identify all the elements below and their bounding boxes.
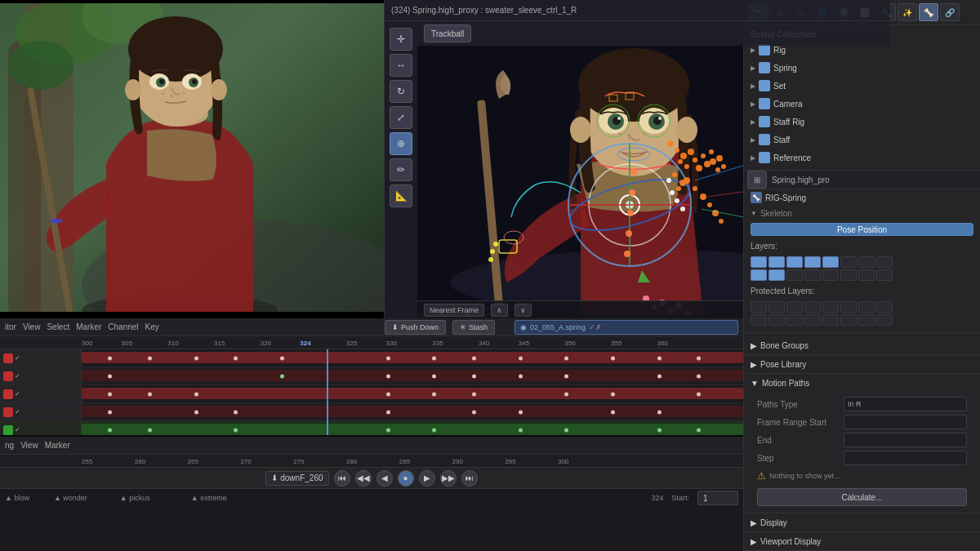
prev-frame-btn[interactable]: ◀: [376, 470, 393, 487]
layer-btn-6[interactable]: [840, 256, 857, 268]
player-btn-5[interactable]: [822, 301, 839, 313]
collection-item-staff[interactable]: ▶ Staff: [744, 131, 980, 149]
viewport-toolbar-left: ✛ ↔ ↻ ⤢ ⊕ ✏ 📐: [385, 21, 417, 318]
ref-eye-icon[interactable]: [759, 152, 770, 163]
player-btn-14[interactable]: [840, 314, 857, 326]
step-value[interactable]: [844, 451, 967, 465]
player-btn-3[interactable]: [786, 301, 803, 313]
player-btn-10[interactable]: [768, 314, 785, 326]
nla-track-5[interactable]: [82, 421, 743, 437]
annotate-tool-btn[interactable]: ✏: [390, 158, 412, 181]
player-btn-9[interactable]: [751, 314, 767, 326]
frame-range-end-value[interactable]: [844, 433, 967, 447]
rotate-tool-btn[interactable]: ↻: [390, 80, 412, 103]
player-btn-4[interactable]: [804, 301, 821, 313]
rig-icon: 🦴: [751, 192, 762, 203]
jump-end-btn[interactable]: ⏭: [461, 470, 478, 487]
physics-btn[interactable]: 🦴: [919, 3, 938, 21]
nla-view-btn[interactable]: View: [23, 322, 41, 331]
measure-tool-btn[interactable]: 📐: [390, 184, 412, 207]
ft-marker-btn[interactable]: Marker: [45, 441, 70, 450]
layer-btn-5[interactable]: [822, 256, 839, 268]
nla-channel-btn[interactable]: Channel: [108, 322, 138, 331]
ft-view-btn[interactable]: View: [20, 441, 38, 450]
nla-select-btn[interactable]: Select: [47, 322, 69, 331]
ft-start-value[interactable]: 1: [697, 491, 738, 505]
layer-btn-12[interactable]: [804, 269, 821, 281]
nla-track-4[interactable]: [82, 403, 743, 420]
stash-btn[interactable]: ✳ Stash: [452, 320, 495, 335]
skeleton-section-title[interactable]: ▼ Skeleton: [744, 206, 980, 220]
layer-btn-2[interactable]: [768, 256, 785, 268]
layer-btn-13[interactable]: [822, 269, 839, 281]
particles-btn[interactable]: ✨: [898, 3, 917, 21]
collection-item-spring[interactable]: ▶ Spring: [744, 59, 980, 77]
transform-tool-btn[interactable]: ⊕: [390, 132, 412, 155]
player-btn-15[interactable]: [858, 314, 875, 326]
frame-range-start-value[interactable]: [844, 415, 967, 429]
play-btn[interactable]: ●: [398, 470, 414, 487]
pose-position-btn[interactable]: Pose Position: [751, 223, 973, 236]
nla-track-1[interactable]: [82, 349, 743, 367]
layer-btn-7[interactable]: [858, 256, 875, 268]
motion-paths-header[interactable]: ▼ Motion Paths: [744, 374, 980, 392]
layer-btn-14[interactable]: [840, 269, 857, 281]
nla-strip-name[interactable]: ◉ 02_055_A.spring ✓✗: [514, 320, 738, 335]
next-frame-btn[interactable]: ▶: [419, 470, 435, 487]
player-btn-8[interactable]: [876, 301, 893, 313]
collection-item-set[interactable]: ▶ Set: [744, 77, 980, 95]
player-btn-6[interactable]: [840, 301, 857, 313]
collection-item-reference[interactable]: ▶ Reference: [744, 149, 980, 167]
nla-track-2[interactable]: [82, 367, 743, 384]
frame-display[interactable]: ⬇ down F_260: [265, 471, 328, 486]
display-header[interactable]: ▶ Display: [744, 513, 980, 531]
player-btn-7[interactable]: [858, 301, 875, 313]
layer-btn-10[interactable]: [768, 269, 785, 281]
jump-start-btn[interactable]: ⏮: [334, 470, 350, 487]
prev-keyframe-btn[interactable]: ◀◀: [355, 470, 372, 487]
spring-eye-icon[interactable]: [759, 62, 770, 73]
player-btn-16[interactable]: [876, 314, 893, 326]
pose-library-header[interactable]: ▶ Pose Library: [744, 355, 980, 373]
layer-btn-15[interactable]: [858, 269, 875, 281]
staffrig-eye-icon[interactable]: [759, 116, 770, 127]
prop-filter-btn[interactable]: ⊞: [747, 171, 767, 189]
next-keyframe-btn[interactable]: ▶▶: [440, 470, 457, 487]
player-btn-12[interactable]: [804, 314, 821, 326]
calculate-btn[interactable]: Calculate...: [757, 488, 967, 506]
nearest-frame-btn[interactable]: Nearest Frame: [424, 304, 484, 317]
layer-btn-1[interactable]: [751, 256, 767, 268]
trackball-btn[interactable]: Trackball: [424, 24, 471, 42]
collection-item-staffrig[interactable]: ▶ Staff Rig: [744, 113, 980, 131]
svg-point-61: [490, 249, 495, 254]
player-btn-13[interactable]: [822, 314, 839, 326]
player-btn-11[interactable]: [786, 314, 803, 326]
layer-btn-8[interactable]: [876, 256, 893, 268]
constraints-btn[interactable]: 🔗: [940, 3, 960, 21]
nla-marker-btn[interactable]: Marker: [76, 322, 101, 331]
viewport-display-header[interactable]: ▶ Viewport Display: [744, 532, 980, 550]
layer-btn-9[interactable]: [751, 269, 767, 281]
layer-btn-11[interactable]: [786, 269, 803, 281]
scale-tool-btn[interactable]: ⤢: [390, 106, 412, 129]
set-eye-icon[interactable]: [759, 80, 770, 91]
paths-type-value[interactable]: In R: [844, 397, 967, 411]
svg-point-60: [493, 242, 498, 247]
push-down-btn[interactable]: ⬇ Push Down: [385, 320, 446, 335]
nla-track-3[interactable]: [82, 385, 743, 402]
rig-eye-icon[interactable]: [759, 44, 770, 56]
camera-eye-icon[interactable]: [759, 98, 770, 109]
player-btn-2[interactable]: [768, 301, 785, 313]
move-tool-btn[interactable]: ↔: [390, 54, 412, 77]
cursor-tool-btn[interactable]: ✛: [390, 28, 412, 51]
status-up-btn[interactable]: ∧: [491, 304, 508, 317]
status-down-btn[interactable]: ∨: [514, 304, 532, 317]
collection-item-camera[interactable]: ▶ Camera: [744, 95, 980, 113]
nla-key-btn[interactable]: Key: [145, 322, 159, 331]
staff-eye-icon[interactable]: [759, 134, 770, 145]
layer-btn-4[interactable]: [804, 256, 821, 268]
bone-groups-header[interactable]: ▶ Bone Groups: [744, 336, 980, 354]
layer-btn-16[interactable]: [876, 269, 893, 281]
player-btn-1[interactable]: [751, 301, 767, 313]
layer-btn-3[interactable]: [786, 256, 803, 268]
